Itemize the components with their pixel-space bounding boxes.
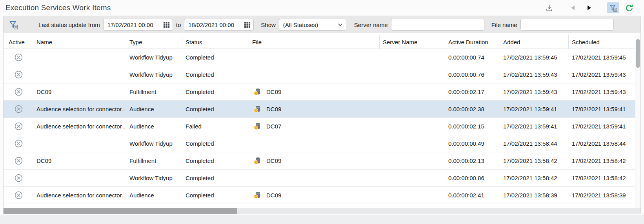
database-file-icon <box>254 157 261 164</box>
cancelled-circle-icon <box>14 173 23 182</box>
column-header[interactable]: Type <box>126 35 182 49</box>
title-bar: Execution Services Work Items <box>0 0 644 16</box>
cancelled-circle-icon <box>14 139 23 148</box>
horizontal-scrollbar-thumb[interactable] <box>4 208 237 214</box>
server-name-cell <box>380 118 445 135</box>
download-button[interactable] <box>543 2 555 13</box>
type-cell: Workflow Tidyup <box>126 66 182 83</box>
name-cell: Audience selection for connector… <box>33 101 126 117</box>
table-row[interactable]: Workflow Tidyup Completed 0.00:00:00.74 … <box>4 49 640 66</box>
added-cell: 17/02/2021 13:59:41 <box>500 118 569 135</box>
table-row[interactable]: Workflow Tidyup Completed 0.00:00:00.49 … <box>4 135 640 152</box>
last-status-update-label: Last status update from <box>38 22 100 28</box>
database-file-icon <box>254 88 261 96</box>
toggle-filter-button[interactable] <box>607 2 619 13</box>
next-page-button[interactable] <box>583 2 595 13</box>
file-cell: DC09 <box>249 101 380 117</box>
cancelled-circle-icon <box>14 191 23 200</box>
type-cell: Audience <box>126 101 182 117</box>
active-duration-cell: 0.00:00:02.15 <box>445 118 500 135</box>
status-cell: Completed <box>182 135 249 152</box>
scheduled-cell: 17/02/2021 13:59:41 <box>569 118 640 135</box>
active-duration-cell: 0.00:00:02.41 <box>445 187 500 204</box>
added-cell: 17/02/2021 13:58:44 <box>500 135 569 152</box>
page-bottom-gutter <box>0 215 644 224</box>
table-body: Workflow Tidyup Completed 0.00:00:00.74 … <box>4 49 640 208</box>
filter-bar: Last status update from 17/02/2021 00:00… <box>4 16 640 33</box>
table-row[interactable]: DC09 Fulfillment Completed DC09 0.00:00:… <box>4 83 640 101</box>
file-name-label: File name <box>491 22 517 28</box>
column-header[interactable]: Active Duration <box>445 35 500 49</box>
server-name-cell <box>380 152 445 169</box>
file-cell <box>249 66 380 83</box>
server-name-cell <box>380 83 445 100</box>
server-name-label: Server name <box>354 22 388 28</box>
previous-page-icon <box>570 5 576 11</box>
table-row[interactable]: Audience selection for connector… Audien… <box>4 101 640 118</box>
date-from-calendar-button[interactable] <box>163 22 170 28</box>
date-to-input[interactable]: 18/02/2021 00:00 <box>184 19 254 31</box>
status-cell: Completed <box>182 152 249 169</box>
cancelled-circle-icon <box>14 87 23 96</box>
active-cell <box>4 49 33 66</box>
database-file-icon <box>254 105 261 113</box>
added-cell: 17/02/2021 13:59:45 <box>500 49 569 66</box>
file-cell: DC09 <box>249 187 380 204</box>
column-header[interactable]: Added <box>500 35 569 49</box>
type-cell: Audience <box>126 118 182 135</box>
active-cell <box>4 152 33 169</box>
scheduled-cell: 17/02/2021 13:58:39 <box>569 187 640 204</box>
table-row[interactable]: DC09 Fulfillment Completed DC09 0.00:00:… <box>4 152 640 170</box>
toolbar-separator <box>601 4 601 12</box>
column-header[interactable]: Scheduled <box>569 35 640 49</box>
column-header[interactable]: Status <box>182 35 249 49</box>
table-row[interactable]: Audience selection for connector… Audien… <box>4 187 640 204</box>
execution-services-window: Execution Services Work Items <box>0 0 644 224</box>
table-row[interactable]: Audience selection for connector… Audien… <box>4 118 640 135</box>
table-row[interactable]: Workflow Tidyup Completed 0.00:00:00.86 … <box>4 170 640 187</box>
file-name-text: DC09 <box>266 192 281 199</box>
status-cell: Completed <box>182 101 249 117</box>
vertical-scrollbar[interactable] <box>635 35 640 208</box>
status-cell: Completed <box>182 83 249 100</box>
column-header[interactable]: Active <box>4 35 33 49</box>
column-header[interactable]: File <box>249 35 380 49</box>
type-cell: Workflow Tidyup <box>126 135 182 152</box>
name-cell: Audience selection for connector… <box>33 187 126 204</box>
server-name-input[interactable] <box>391 19 484 31</box>
vertical-scrollbar-thumb[interactable] <box>636 39 640 68</box>
previous-page-button[interactable] <box>567 2 579 13</box>
file-cell <box>249 135 380 152</box>
type-cell: Fulfillment <box>126 152 182 169</box>
date-from-input[interactable]: 17/02/2021 00:00 <box>103 19 173 31</box>
active-duration-cell: 0.00:00:00.86 <box>445 170 500 186</box>
file-cell: DC07 <box>249 118 380 135</box>
active-cell <box>4 101 33 117</box>
column-header[interactable]: Name <box>33 35 126 49</box>
file-name-input[interactable] <box>520 19 614 31</box>
active-cell <box>4 187 33 204</box>
type-cell: Workflow Tidyup <box>126 49 182 66</box>
active-duration-cell: 0.00:00:00.49 <box>445 135 500 152</box>
horizontal-scrollbar[interactable] <box>4 208 640 214</box>
column-header[interactable]: Server Name <box>380 35 445 49</box>
server-name-cell <box>380 170 445 186</box>
cancelled-circle-icon <box>14 70 23 79</box>
table-row[interactable]: Workflow Tidyup Completed 0.00:00:00.76 … <box>4 66 640 83</box>
calendar-grid-icon <box>163 22 170 28</box>
status-filter-select[interactable]: (All Statuses) <box>279 19 346 31</box>
server-name-cell <box>380 135 445 152</box>
file-cell: DC09 <box>249 152 380 169</box>
active-cell <box>4 135 33 152</box>
toolbar-separator <box>561 4 561 12</box>
cancelled-circle-icon <box>14 122 23 131</box>
added-cell: 17/02/2021 13:58:42 <box>500 170 569 186</box>
show-label: Show <box>261 22 276 28</box>
name-cell <box>33 135 126 152</box>
calendar-grid-icon <box>244 22 251 28</box>
date-to-calendar-button[interactable] <box>244 22 251 28</box>
server-name-cell <box>380 101 445 117</box>
toolbar <box>543 2 639 13</box>
active-duration-cell: 0.00:00:00.76 <box>445 66 500 83</box>
refresh-button[interactable] <box>623 2 635 13</box>
